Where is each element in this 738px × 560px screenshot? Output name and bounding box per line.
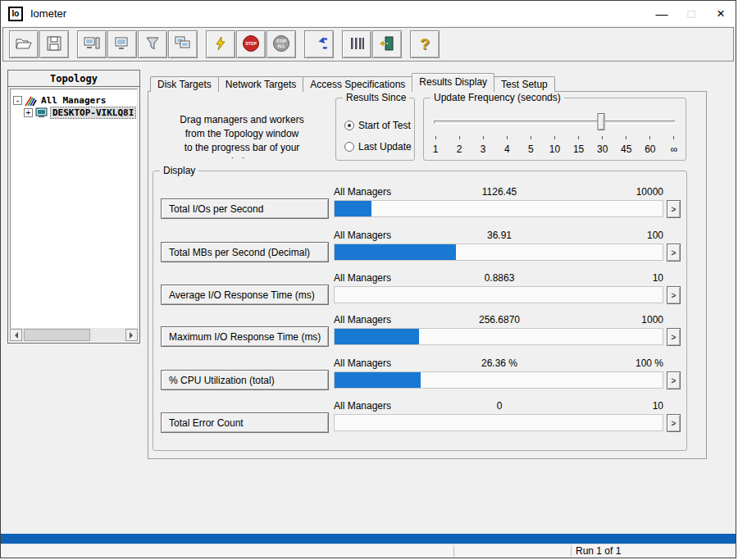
tick-label: 1 bbox=[428, 143, 443, 155]
progress-bar[interactable] bbox=[334, 371, 663, 389]
metric-button[interactable]: Total I/Os per Second bbox=[161, 198, 329, 219]
display-row: All Managers 1126.45 10000 Total I/Os pe… bbox=[1, 185, 736, 223]
radio-selected-icon[interactable] bbox=[344, 121, 354, 130]
metric-button[interactable]: Maximum I/O Response Time (ms) bbox=[161, 326, 329, 347]
computer-tower-icon bbox=[84, 36, 100, 53]
new-disk-worker-button[interactable] bbox=[107, 30, 137, 58]
monitor-icon bbox=[114, 36, 130, 53]
tick-label: ∞ bbox=[667, 143, 681, 155]
help-button[interactable]: ? bbox=[410, 30, 440, 58]
open-button[interactable] bbox=[9, 30, 39, 58]
duplicate-worker-button[interactable] bbox=[168, 30, 198, 58]
expand-scale-button[interactable]: > bbox=[667, 371, 681, 389]
display-row: All Managers 256.6870 1000 Maximum I/O R… bbox=[1, 313, 736, 351]
window-controls: — □ × bbox=[647, 1, 736, 26]
expand-scale-button[interactable]: > bbox=[667, 328, 681, 346]
expand-scale-button[interactable]: > bbox=[667, 200, 681, 218]
reset-workers-button[interactable] bbox=[304, 30, 334, 58]
tree-item-all-managers[interactable]: - All Managers bbox=[13, 94, 107, 107]
update-frequency-legend: Update Frequency (seconds) bbox=[430, 92, 564, 103]
toolbar: STOP STOPALL ? bbox=[2, 27, 734, 61]
managers-fan-icon bbox=[25, 95, 37, 107]
metric-button[interactable]: Total Error Count bbox=[161, 412, 329, 433]
slider-tick bbox=[507, 136, 508, 139]
tab-access-specifications[interactable]: Access Specifications bbox=[303, 76, 412, 92]
new-network-worker-button[interactable] bbox=[138, 30, 167, 58]
svg-text:STOP: STOP bbox=[245, 41, 257, 46]
hint-line: to the progress bar of your bbox=[155, 141, 329, 155]
row-scale-max: 100 bbox=[334, 230, 663, 241]
tree-item-label: DESKTOP-VIKLQ8I bbox=[51, 107, 135, 118]
funnel-icon bbox=[145, 36, 160, 53]
tab-strip: Disk Targets Network Targets Access Spec… bbox=[150, 74, 554, 92]
new-manager-button[interactable] bbox=[77, 30, 107, 58]
progress-fill bbox=[335, 372, 421, 388]
progress-bar[interactable] bbox=[334, 244, 663, 261]
minimize-button[interactable]: — bbox=[647, 1, 676, 26]
stop-sign-icon: STOP bbox=[242, 34, 260, 55]
tab-network-targets[interactable]: Network Targets bbox=[218, 76, 303, 92]
status-divider bbox=[453, 545, 454, 557]
computer-icon bbox=[35, 107, 48, 118]
display-row: All Managers 0 10 Total Error Count > bbox=[1, 399, 736, 437]
hint-line: from the Topology window bbox=[155, 127, 329, 141]
stop-test-button[interactable]: STOP bbox=[236, 30, 266, 58]
slider-tick bbox=[435, 136, 436, 139]
drag-hint-text: Drag managers and workers from the Topol… bbox=[155, 113, 329, 158]
radio-start-of-test[interactable]: Start of Test bbox=[344, 120, 411, 131]
row-scale-max: 10000 bbox=[334, 186, 663, 198]
progress-bar[interactable] bbox=[334, 286, 663, 303]
metric-button[interactable]: % CPU Utilization (total) bbox=[161, 370, 329, 390]
stop-all-tests-button[interactable]: STOPALL bbox=[266, 30, 296, 58]
maximize-button[interactable]: □ bbox=[676, 1, 706, 26]
topology-title: Topology bbox=[8, 71, 139, 87]
title-bar: Io Iometer — □ × bbox=[1, 1, 736, 26]
results-since-legend: Results Since bbox=[343, 92, 409, 103]
exit-button[interactable] bbox=[372, 30, 402, 58]
close-button[interactable]: × bbox=[706, 1, 736, 26]
svg-text:ALL: ALL bbox=[277, 43, 285, 48]
display-row: All Managers 0.8863 10 Average I/O Respo… bbox=[1, 271, 736, 309]
app-icon: Io bbox=[8, 7, 23, 21]
slider-thumb[interactable] bbox=[597, 113, 604, 130]
slider-tick bbox=[649, 136, 650, 139]
folder-open-icon bbox=[16, 37, 32, 52]
question-mark-icon: ? bbox=[420, 35, 430, 53]
metric-button[interactable]: Average I/O Response Time (ms) bbox=[161, 285, 329, 305]
stop-all-sign-icon: STOPALL bbox=[272, 34, 290, 55]
display-row: All Managers 26.36 % 100 % % CPU Utiliza… bbox=[1, 357, 736, 394]
toolbar-group-reset bbox=[304, 30, 335, 58]
expand-scale-button[interactable]: > bbox=[667, 414, 681, 432]
tab-disk-targets[interactable]: Disk Targets bbox=[150, 76, 219, 92]
slider-track[interactable] bbox=[434, 121, 676, 124]
collapse-expander-icon[interactable]: - bbox=[13, 96, 22, 105]
hint-line: choice. bbox=[155, 155, 329, 158]
iometer-window: Io Iometer — □ × bbox=[0, 0, 736, 558]
columns-button[interactable] bbox=[342, 30, 371, 58]
slider-tick bbox=[626, 136, 626, 139]
tree-item-manager-host[interactable]: + DESKTOP-VIKLQ8I bbox=[24, 107, 135, 119]
tab-test-setup[interactable]: Test Setup bbox=[494, 76, 555, 92]
expand-scale-button[interactable]: > bbox=[667, 286, 681, 304]
progress-bar[interactable] bbox=[334, 414, 663, 431]
save-button[interactable] bbox=[39, 30, 69, 58]
expand-scale-button[interactable]: > bbox=[667, 244, 681, 262]
radio-unselected-icon[interactable] bbox=[344, 142, 354, 152]
start-tests-button[interactable] bbox=[206, 30, 235, 58]
row-scale-max: 100 % bbox=[334, 357, 663, 369]
tick-label: 3 bbox=[476, 143, 490, 155]
tree-item-label: All Managers bbox=[39, 95, 107, 106]
metric-button[interactable]: Total MBs per Second (Decimal) bbox=[161, 242, 329, 262]
slider-tick bbox=[531, 136, 531, 139]
progress-bar[interactable] bbox=[334, 328, 663, 345]
tab-results-display[interactable]: Results Display bbox=[412, 73, 494, 92]
expand-expander-icon[interactable]: + bbox=[24, 108, 33, 117]
slider-tick bbox=[673, 136, 674, 139]
slider-tick bbox=[554, 136, 555, 139]
radio-last-update[interactable]: Last Update bbox=[344, 141, 412, 153]
status-bar: Run 1 of 1 bbox=[1, 544, 736, 558]
radio-label: Start of Test bbox=[358, 120, 411, 131]
progress-bar[interactable] bbox=[334, 200, 663, 217]
update-frequency-slider[interactable] bbox=[434, 113, 676, 131]
vertical-bars-icon bbox=[348, 36, 365, 53]
